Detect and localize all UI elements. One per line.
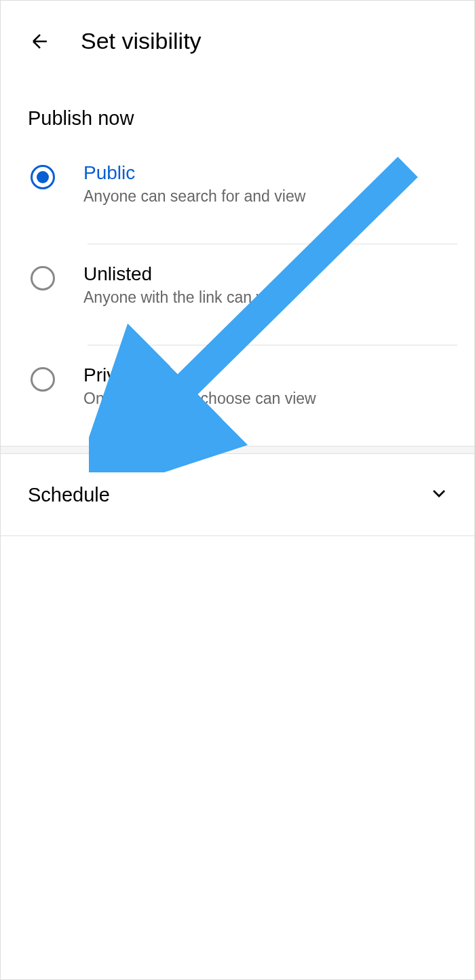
option-desc-unlisted: Anyone with the link can view xyxy=(83,288,447,307)
section-gap xyxy=(1,446,474,454)
page-title: Set visibility xyxy=(81,28,202,54)
visibility-options: Public Anyone can search for and view Un… xyxy=(1,143,474,446)
option-desc-private: Only people you choose can view xyxy=(83,390,447,408)
option-label-private: Private xyxy=(83,364,447,386)
back-button[interactable] xyxy=(28,29,52,54)
schedule-row[interactable]: Schedule xyxy=(1,454,474,536)
arrow-left-icon xyxy=(28,30,52,53)
chevron-down-icon xyxy=(428,483,450,507)
option-label-unlisted: Unlisted xyxy=(83,263,447,285)
header: Set visibility xyxy=(1,7,474,75)
radio-private[interactable] xyxy=(31,367,55,392)
option-private[interactable]: Private Only people you choose can view xyxy=(1,345,474,446)
option-public[interactable]: Public Anyone can search for and view xyxy=(1,143,474,244)
radio-unlisted[interactable] xyxy=(31,266,55,290)
radio-public[interactable] xyxy=(31,165,55,189)
option-unlisted[interactable]: Unlisted Anyone with the link can view xyxy=(1,244,474,345)
schedule-label: Schedule xyxy=(28,484,110,506)
option-desc-public: Anyone can search for and view xyxy=(83,187,447,206)
radio-dot-icon xyxy=(37,171,49,183)
status-bar xyxy=(1,1,474,7)
publish-section-title: Publish now xyxy=(1,75,474,143)
option-label-public: Public xyxy=(83,162,447,184)
